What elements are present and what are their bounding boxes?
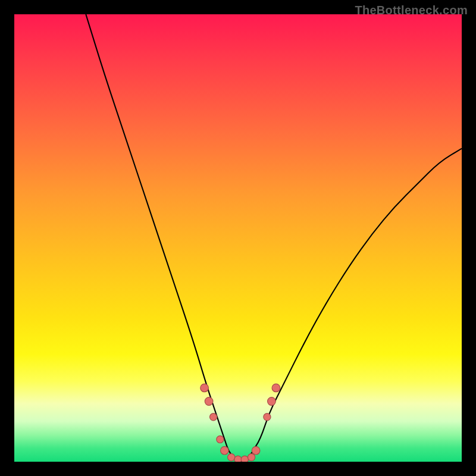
trough-dot [252, 446, 260, 455]
watermark-text: TheBottleneck.com [355, 4, 468, 17]
trough-dot [205, 397, 213, 406]
trough-dot [241, 456, 248, 462]
trough-dot [210, 414, 217, 421]
trough-dot [268, 397, 276, 406]
trough-dots-group [201, 384, 280, 462]
bottleneck-curve [86, 14, 462, 462]
trough-dot [221, 446, 229, 455]
trough-dot [264, 414, 271, 421]
trough-dot [234, 456, 242, 462]
trough-dot [217, 436, 224, 443]
chart-svg [14, 14, 462, 462]
trough-dot [228, 453, 235, 461]
trough-dot [272, 384, 280, 392]
chart-plot-area [14, 14, 462, 462]
trough-dot [248, 453, 255, 461]
trough-dot [201, 384, 209, 392]
